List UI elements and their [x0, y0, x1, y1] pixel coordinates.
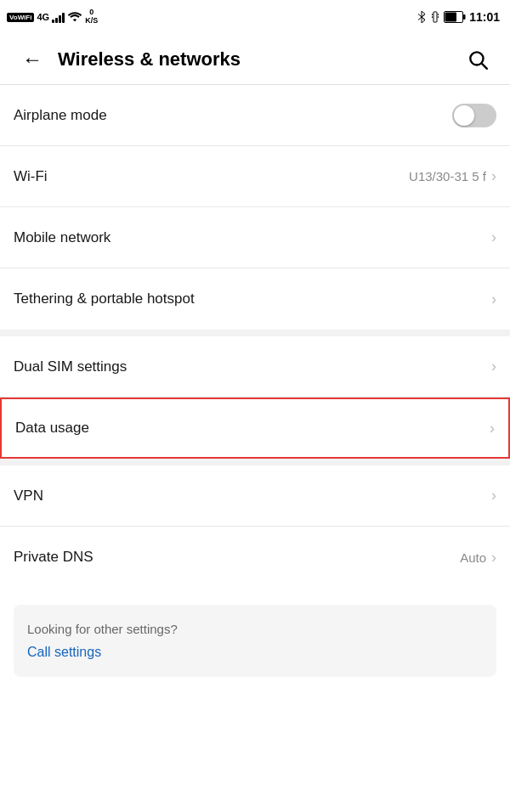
- vowifi-badge: VoWiFi: [7, 13, 34, 22]
- section-wireless: Airplane mode Wi-Fi U13/30-31 5 f › Mobi…: [0, 85, 510, 330]
- dual-sim-label: Dual SIM settings: [14, 358, 490, 375]
- time: 11:01: [469, 10, 500, 24]
- svg-rect-9: [463, 14, 466, 20]
- svg-rect-5: [432, 16, 433, 18]
- vibrate-icon: [430, 10, 440, 24]
- data-usage-label: Data usage: [15, 420, 488, 437]
- svg-rect-6: [438, 16, 439, 18]
- footer-card-text: Looking for other settings?: [27, 622, 483, 636]
- section-divider-2: [0, 459, 510, 465]
- data-usage-chevron-icon: ›: [490, 420, 495, 437]
- footer-card: Looking for other settings? Call setting…: [14, 605, 496, 677]
- toolbar: ← Wireless & networks: [0, 34, 510, 85]
- private-dns-value: Auto: [460, 550, 486, 565]
- private-dns-chevron-icon: ›: [491, 549, 496, 567]
- data-speed: 0K/S: [85, 8, 98, 25]
- mobile-network-label: Mobile network: [14, 229, 490, 246]
- svg-line-11: [482, 63, 487, 68]
- section-divider-1: [0, 330, 510, 336]
- tethering-item[interactable]: Tethering & portable hotspot ›: [0, 268, 510, 330]
- wifi-item[interactable]: Wi-Fi U13/30-31 5 f ›: [0, 146, 510, 207]
- vpn-item[interactable]: VPN ›: [0, 465, 510, 527]
- status-bar: VoWiFi 4G 0K/S: [0, 0, 510, 34]
- vpn-chevron-icon: ›: [491, 487, 496, 505]
- dual-sim-item[interactable]: Dual SIM settings ›: [0, 336, 510, 398]
- airplane-mode-label: Airplane mode: [14, 107, 452, 124]
- data-usage-item[interactable]: Data usage ›: [0, 398, 510, 459]
- mobile-network-item[interactable]: Mobile network ›: [0, 207, 510, 268]
- toggle-knob: [454, 105, 474, 126]
- svg-rect-8: [445, 13, 457, 22]
- wifi-chevron-icon: ›: [491, 167, 496, 185]
- private-dns-item[interactable]: Private DNS Auto ›: [0, 527, 510, 588]
- page-title: Wireless & networks: [58, 48, 459, 70]
- bluetooth-icon: [416, 10, 427, 24]
- section-advanced: VPN › Private DNS Auto ›: [0, 465, 510, 588]
- status-right-icons: 11:01: [416, 10, 500, 24]
- search-button[interactable]: [459, 41, 496, 78]
- back-arrow-icon: ←: [22, 48, 42, 71]
- airplane-mode-item[interactable]: Airplane mode: [0, 85, 510, 146]
- svg-rect-2: [434, 12, 437, 22]
- back-button[interactable]: ←: [14, 41, 51, 78]
- call-settings-link[interactable]: Call settings: [27, 645, 483, 660]
- wifi-icon: [67, 11, 82, 23]
- status-left-icons: VoWiFi 4G 0K/S: [7, 8, 98, 25]
- svg-rect-4: [438, 14, 439, 15]
- search-icon: [467, 48, 489, 70]
- wifi-value: U13/30-31 5 f: [409, 169, 486, 183]
- vpn-label: VPN: [14, 488, 490, 505]
- airplane-mode-toggle[interactable]: [452, 104, 496, 127]
- signal-type: 4G: [37, 12, 49, 22]
- mobile-network-chevron-icon: ›: [491, 228, 496, 246]
- wifi-label: Wi-Fi: [14, 168, 409, 185]
- section-sim: Dual SIM settings › Data usage ›: [0, 336, 510, 459]
- battery-icon: [444, 11, 466, 23]
- dual-sim-chevron-icon: ›: [491, 358, 496, 375]
- tethering-chevron-icon: ›: [491, 290, 496, 308]
- private-dns-label: Private DNS: [14, 549, 460, 566]
- svg-rect-3: [432, 14, 433, 15]
- signal-bars-icon: [52, 11, 65, 23]
- tethering-label: Tethering & portable hotspot: [14, 290, 490, 307]
